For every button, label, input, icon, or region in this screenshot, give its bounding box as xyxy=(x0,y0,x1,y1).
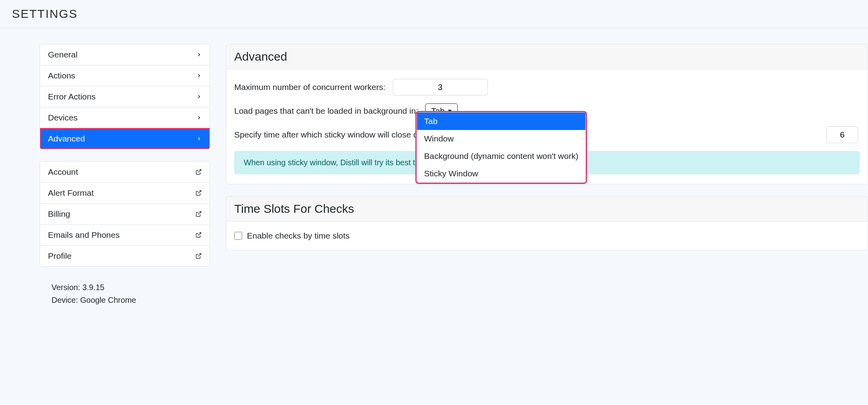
sidebar-item-label: Actions xyxy=(48,71,75,80)
max-workers-row: Maximum number of concurrent workers: xyxy=(234,79,860,96)
page-title: SETTINGS xyxy=(12,7,856,21)
chevron-right-icon xyxy=(196,136,202,141)
sidebar: General Actions Error Actions Devices Ad… xyxy=(40,44,210,306)
sidebar-item-profile[interactable]: Profile xyxy=(40,246,210,266)
external-link-icon xyxy=(195,232,202,238)
enable-timeslots-row: Enable checks by time slots xyxy=(234,231,860,241)
dropdown-option-sticky-window[interactable]: Sticky Window xyxy=(417,165,585,182)
svg-line-2 xyxy=(198,212,201,214)
enable-timeslots-label: Enable checks by time slots xyxy=(247,231,350,241)
svg-line-0 xyxy=(198,170,201,172)
enable-timeslots-checkbox[interactable] xyxy=(234,232,242,240)
max-workers-label: Maximum number of concurrent workers: xyxy=(234,82,386,92)
svg-line-1 xyxy=(198,191,201,193)
sidebar-item-account[interactable]: Account xyxy=(40,162,210,183)
dropdown-option-tab[interactable]: Tab xyxy=(417,113,585,130)
sidebar-item-label: General xyxy=(48,50,78,59)
max-workers-input[interactable] xyxy=(393,79,488,96)
main-content: Advanced Maximum number of concurrent wo… xyxy=(226,44,868,306)
svg-line-4 xyxy=(198,254,201,256)
nav-group-settings: General Actions Error Actions Devices Ad… xyxy=(40,44,210,149)
load-pages-label: Load pages that can't be loaded in backg… xyxy=(234,106,418,116)
svg-line-3 xyxy=(198,233,201,235)
sidebar-item-label: Profile xyxy=(48,251,72,261)
sidebar-item-label: Error Actions xyxy=(48,92,96,101)
version-info: Version: 3.9.15 Device: Google Chrome xyxy=(40,279,210,306)
sidebar-item-emails-phones[interactable]: Emails and Phones xyxy=(40,225,210,246)
sidebar-item-label: Billing xyxy=(48,209,70,219)
external-link-icon xyxy=(195,211,202,217)
sidebar-item-label: Devices xyxy=(48,113,78,122)
sticky-time-input[interactable] xyxy=(826,126,858,143)
sidebar-item-actions[interactable]: Actions xyxy=(40,65,210,86)
timeslots-panel: Time Slots For Checks Enable checks by t… xyxy=(226,196,868,250)
chevron-right-icon xyxy=(196,94,202,99)
external-link-icon xyxy=(195,190,202,196)
dropdown-option-background[interactable]: Background (dynamic content won't work) xyxy=(417,147,585,165)
external-link-icon xyxy=(195,253,202,259)
sidebar-item-devices[interactable]: Devices xyxy=(40,107,210,128)
sidebar-item-advanced[interactable]: Advanced xyxy=(40,128,210,149)
timeslots-panel-header: Time Slots For Checks xyxy=(226,197,868,222)
chevron-right-icon xyxy=(196,52,202,57)
sidebar-item-label: Emails and Phones xyxy=(48,230,120,240)
advanced-panel-header: Advanced xyxy=(226,44,868,69)
sidebar-item-label: Advanced xyxy=(48,134,85,143)
version-label: Version: 3.9.15 xyxy=(52,281,210,294)
advanced-title: Advanced xyxy=(234,50,860,63)
sidebar-item-label: Account xyxy=(48,167,78,177)
sticky-time-label: Specify time after which sticky window w… xyxy=(234,130,427,139)
load-pages-dropdown-menu: Tab Window Background (dynamic content w… xyxy=(417,112,586,183)
chevron-right-icon xyxy=(196,73,202,78)
sidebar-item-general[interactable]: General xyxy=(40,44,210,65)
page-header: SETTINGS xyxy=(0,0,868,28)
timeslots-title: Time Slots For Checks xyxy=(234,202,860,216)
sidebar-item-alert-format[interactable]: Alert Format xyxy=(40,183,210,204)
advanced-panel: Advanced Maximum number of concurrent wo… xyxy=(226,44,868,184)
sidebar-item-label: Alert Format xyxy=(48,188,94,198)
device-label: Device: Google Chrome xyxy=(52,294,210,306)
sidebar-item-billing[interactable]: Billing xyxy=(40,204,210,225)
sidebar-item-error-actions[interactable]: Error Actions xyxy=(40,86,210,107)
chevron-right-icon xyxy=(196,115,202,120)
external-link-icon xyxy=(195,169,202,175)
nav-group-account: Account Alert Format Billing Emails and … xyxy=(40,161,210,267)
dropdown-option-window[interactable]: Window xyxy=(417,130,585,147)
